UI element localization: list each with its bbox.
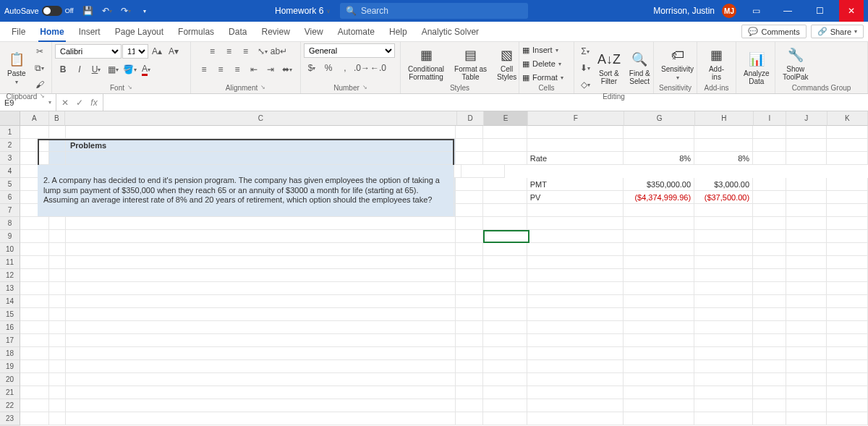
cell[interactable] <box>827 204 868 217</box>
cell[interactable] <box>483 399 527 412</box>
row-header[interactable]: 23 <box>0 412 20 425</box>
cell[interactable] <box>694 373 753 386</box>
cell[interactable] <box>827 126 868 139</box>
row-header[interactable]: 15 <box>0 308 20 321</box>
cell[interactable] <box>527 282 624 295</box>
cell[interactable] <box>753 217 786 230</box>
cancel-formula-icon[interactable]: ✕ <box>59 98 71 108</box>
cell[interactable] <box>753 386 786 399</box>
column-header-I[interactable]: I <box>754 111 786 126</box>
comments-button[interactable]: 💬 Comments <box>741 25 806 38</box>
increase-indent-icon[interactable]: ⇥ <box>263 61 278 77</box>
cell[interactable] <box>694 360 753 373</box>
cell[interactable] <box>483 373 527 386</box>
cell[interactable] <box>753 373 786 386</box>
cell[interactable] <box>786 152 827 165</box>
show-toolpak-button[interactable]: 🔧Show ToolPak <box>778 45 813 82</box>
cell[interactable] <box>753 308 786 321</box>
underline-button[interactable]: U▾ <box>88 61 104 77</box>
merge-center-icon[interactable]: ⬌▾ <box>279 61 295 77</box>
dialog-launcher-icon[interactable]: ↘ <box>40 93 45 101</box>
column-header-E[interactable]: E <box>484 111 527 126</box>
cell[interactable] <box>753 191 786 204</box>
cell[interactable] <box>49 152 66 165</box>
cell[interactable] <box>694 412 753 425</box>
cell[interactable] <box>483 269 527 282</box>
cell[interactable] <box>694 334 753 347</box>
cell[interactable] <box>624 334 694 347</box>
cell[interactable] <box>827 308 868 321</box>
cell[interactable] <box>483 152 527 165</box>
cell[interactable] <box>624 321 694 334</box>
cell[interactable] <box>527 373 624 386</box>
cell[interactable] <box>66 399 456 412</box>
copy-icon[interactable]: ⧉▾ <box>32 60 48 76</box>
cell[interactable]: $350,000.00 <box>624 178 694 191</box>
column-header-D[interactable]: D <box>457 111 485 126</box>
row-header[interactable]: 22 <box>0 399 20 412</box>
cell[interactable] <box>786 126 827 139</box>
cell[interactable] <box>753 152 786 165</box>
row-header[interactable]: 19 <box>0 360 20 373</box>
cell[interactable] <box>456 152 483 165</box>
cell[interactable] <box>786 139 827 152</box>
find-select-button[interactable]: 🔍Find & Select <box>625 49 655 87</box>
cell[interactable] <box>49 347 66 360</box>
cell[interactable] <box>624 308 694 321</box>
cell[interactable] <box>483 230 527 243</box>
cell[interactable] <box>66 152 456 165</box>
borders-icon[interactable]: ▦▾ <box>105 61 121 77</box>
cell[interactable] <box>66 269 456 282</box>
cell[interactable] <box>786 178 827 191</box>
cell[interactable] <box>66 217 456 230</box>
cell[interactable] <box>694 126 753 139</box>
cell[interactable]: PV <box>527 191 624 204</box>
cell[interactable] <box>786 295 827 308</box>
cell[interactable] <box>786 191 827 204</box>
cut-icon[interactable]: ✂ <box>32 43 48 59</box>
cell[interactable] <box>527 399 624 412</box>
cell[interactable] <box>827 191 868 204</box>
document-title[interactable]: Homework 6 ∨ <box>275 6 331 16</box>
cell[interactable] <box>786 360 827 373</box>
delete-cells-button[interactable]: ▦ Delete ▾ <box>522 57 561 70</box>
cell[interactable] <box>624 269 694 282</box>
align-bottom-icon[interactable]: ≡ <box>238 43 254 59</box>
percent-format-icon[interactable]: % <box>320 60 336 76</box>
align-left-icon[interactable]: ≡ <box>196 61 212 77</box>
cell[interactable]: ($37,500.00) <box>694 191 753 204</box>
cell[interactable] <box>456 386 483 399</box>
cell[interactable] <box>753 334 786 347</box>
cell[interactable] <box>527 347 624 360</box>
cell[interactable] <box>66 334 456 347</box>
cell[interactable] <box>527 334 624 347</box>
formula-input[interactable] <box>103 94 868 111</box>
cell[interactable] <box>456 334 483 347</box>
cell[interactable] <box>827 399 868 412</box>
cell[interactable] <box>694 243 753 256</box>
row-header[interactable]: 14 <box>0 295 20 308</box>
cell[interactable] <box>527 308 624 321</box>
cell[interactable] <box>49 243 66 256</box>
cell[interactable] <box>827 386 868 399</box>
cell[interactable] <box>694 256 753 269</box>
cell[interactable] <box>753 282 786 295</box>
cell[interactable] <box>827 295 868 308</box>
cell[interactable]: Problems <box>66 139 456 152</box>
number-format-select[interactable]: General <box>304 43 395 58</box>
cell[interactable] <box>483 321 527 334</box>
cell[interactable] <box>624 243 694 256</box>
cell[interactable] <box>527 139 624 152</box>
row-header[interactable]: 18 <box>0 347 20 360</box>
redo-icon[interactable]: ↷▾ <box>119 4 133 18</box>
cell[interactable] <box>49 334 66 347</box>
cell[interactable] <box>527 126 624 139</box>
cell[interactable] <box>456 347 483 360</box>
column-header-J[interactable]: J <box>786 111 827 126</box>
cell[interactable] <box>483 243 527 256</box>
cell[interactable] <box>753 178 786 191</box>
cell[interactable] <box>483 126 527 139</box>
dialog-launcher-icon[interactable]: ↘ <box>260 84 265 92</box>
cell[interactable] <box>20 152 49 165</box>
cell[interactable] <box>20 334 49 347</box>
